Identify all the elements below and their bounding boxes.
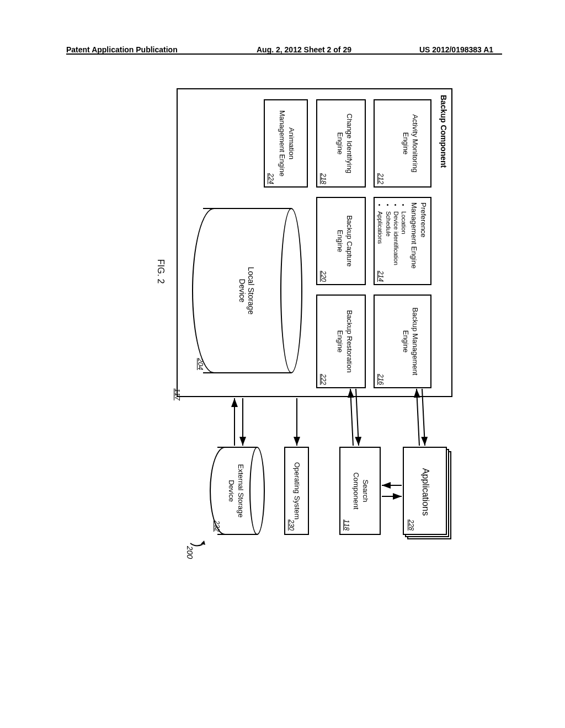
preference-management-bullets: Location Device identification Schedule …	[376, 211, 408, 280]
applications-stack: Applications 228	[403, 447, 447, 535]
header-mid: Aug. 2, 2012 Sheet 2 of 29	[257, 45, 351, 54]
diagram: Backup Component 117 Activity Monitoring…	[166, 88, 452, 568]
svg-line-0	[422, 389, 425, 446]
change-identifying-engine-box: Change IdentifyingEngine 218	[316, 99, 366, 188]
activity-monitoring-engine-box: Activity MonitoringEngine 212	[374, 99, 431, 188]
activity-monitoring-engine-label: Activity MonitoringEngine	[401, 100, 430, 186]
header-rule	[66, 53, 502, 55]
backup-management-engine-box: Backup ManagementEngine 216	[374, 295, 431, 388]
backup-restoration-engine-box: Backup RestorationEngine 222	[316, 295, 366, 388]
change-identifying-engine-label: Change IdentifyingEngine	[335, 100, 365, 186]
animation-management-engine-box: AnimationManagement Engine 224	[264, 99, 308, 188]
ref-216: 216	[377, 374, 385, 385]
backup-management-engine-label: Backup ManagementEngine	[401, 296, 430, 387]
ref-214: 214	[377, 271, 385, 282]
svg-line-4	[356, 389, 359, 446]
external-storage-label: External StorageDevice	[226, 447, 245, 535]
preference-management-engine-box: PreferenceManagement Engine Location Dev…	[374, 197, 431, 285]
search-component-box: SearchComponent 118	[339, 447, 381, 535]
pref-bullet-schedule: Schedule	[384, 211, 392, 280]
operating-system-box: Operating System 230	[284, 447, 309, 535]
backup-restoration-engine-label: Backup RestorationEngine	[335, 296, 365, 387]
ref-224: 224	[267, 173, 275, 184]
backup-capture-engine-box: Backup CaptureEngine 220	[316, 197, 366, 285]
ref-200: 200	[185, 546, 194, 559]
svg-marker-9	[201, 540, 205, 545]
figure-label: FIG. 2	[156, 259, 166, 283]
pref-bullet-applications: Applications	[376, 211, 384, 280]
applications-label: Applications	[420, 448, 430, 536]
svg-line-1	[417, 389, 419, 446]
ref-204: 204	[196, 358, 205, 370]
backup-component-ref: 117	[173, 388, 182, 400]
ref-220: 220	[319, 271, 327, 282]
ref-232: 232	[213, 521, 221, 532]
header-left: Patent Application Publication	[66, 45, 178, 54]
diagram-wrapper: Backup Component 117 Activity Monitoring…	[83, 143, 480, 513]
animation-management-engine-label: AnimationManagement Engine	[277, 100, 307, 186]
preference-management-engine-title: PreferenceManagement Engine	[410, 202, 428, 269]
pref-bullet-device-id: Device identification	[392, 211, 400, 280]
ref-222: 222	[319, 374, 327, 385]
ref-118: 118	[343, 520, 350, 531]
local-storage-label: Local StorageDevice	[238, 208, 255, 373]
search-component-label: SearchComponent	[351, 448, 380, 534]
backup-component-title: Backup Component	[439, 95, 448, 168]
ref-218: 218	[319, 173, 327, 184]
svg-line-5	[350, 389, 353, 446]
pref-bullet-location: Location	[400, 211, 408, 280]
backup-capture-engine-label: Backup CaptureEngine	[335, 198, 365, 284]
ref-230: 230	[287, 520, 295, 531]
header-right: US 2012/0198383 A1	[419, 45, 493, 54]
ref-228: 228	[407, 520, 415, 531]
external-storage-cylinder: External StorageDevice 232	[210, 447, 265, 535]
backup-component-box: Backup Component 117 Activity Monitoring…	[177, 88, 452, 397]
ref-212: 212	[377, 173, 385, 184]
local-storage-cylinder: Local StorageDevice 204	[192, 208, 302, 373]
